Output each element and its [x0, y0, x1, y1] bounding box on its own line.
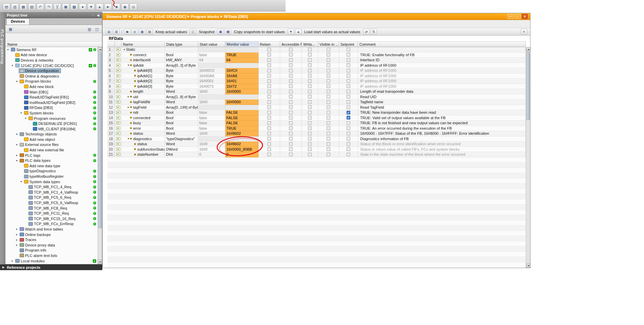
cell-start-value[interactable]: [198, 136, 225, 142]
cell-data-type[interactable]: Word: [165, 100, 198, 105]
row-expander-icon[interactable]: ▸: [127, 95, 130, 98]
cell-monitor-value[interactable]: 16#72: [225, 84, 258, 89]
checkbox-visible[interactable]: [327, 79, 330, 83]
checkbox-visible[interactable]: [327, 121, 330, 125]
cell-comment[interactable]: 16#0000 - 16#7FFF: Status of the FB, 16#…: [358, 131, 526, 136]
cell-monitor-value[interactable]: 16#0000_80BB: [225, 147, 258, 152]
cell-data-type[interactable]: Word: [165, 131, 198, 136]
cell-comment[interactable]: Interface ID: [358, 58, 526, 63]
tree-item-1214c-cpu-1214c-dc-dc-dc[interactable]: ▾1214C [CPU 1214C DC/DC/DC]✓: [5, 63, 98, 68]
checkbox-visible[interactable]: [327, 147, 330, 151]
checkbox-visible[interactable]: [327, 132, 330, 135]
float-button[interactable]: ▫: [515, 14, 521, 19]
tree-item-tcp-mb-fc5-6-req[interactable]: TCP_MB_FC5_6_Req: [5, 195, 98, 200]
expand-icon[interactable]: ▸: [15, 238, 19, 241]
tree-item-tcp-mb-fc1-4-valresp[interactable]: TCP_MB_FC1_4_ValResp: [5, 190, 98, 195]
cell-start-value[interactable]: 16#0: [198, 131, 225, 136]
cell-name[interactable]: status: [122, 142, 165, 147]
cell-monitor-value[interactable]: TRUE: [225, 126, 258, 131]
cell-monitor-value[interactable]: TRUE: [225, 52, 258, 58]
tree-item-traces[interactable]: ▸Traces: [5, 237, 98, 242]
cell-start-value[interactable]: [198, 47, 225, 52]
go-offline-icon[interactable]: ◎: [130, 3, 137, 10]
add-row-icon[interactable]: ▥: [113, 29, 120, 35]
checkbox-accessible[interactable]: [289, 48, 293, 51]
cell-start-value[interactable]: [198, 94, 225, 100]
tree-item-device-configuration[interactable]: Device configuration: [5, 68, 98, 73]
checkbox-accessible[interactable]: [289, 137, 293, 140]
snapshot-icon[interactable]: ◫: [190, 29, 196, 35]
checkbox-visible[interactable]: [327, 142, 330, 146]
checkbox-writable[interactable]: [308, 84, 312, 88]
checkbox-retain[interactable]: [267, 126, 271, 130]
tree-item-online-backups[interactable]: ▸Online backups: [5, 232, 98, 237]
overview-icon[interactable]: ◫: [94, 26, 100, 32]
header-visible[interactable]: Visible in ...: [318, 41, 339, 47]
tree-scrollbar[interactable]: [98, 47, 102, 264]
checkbox-accessible[interactable]: [289, 116, 293, 120]
cell-data-type[interactable]: Bool: [165, 126, 198, 131]
checkbox-setpoint[interactable]: [347, 48, 350, 51]
cell-monitor-value[interactable]: [225, 105, 258, 110]
checkbox-accessible[interactable]: [289, 79, 293, 83]
checkbox-retain[interactable]: [267, 84, 271, 88]
cell-data-type[interactable]: Bool: [165, 110, 198, 115]
checkbox-retain[interactable]: [267, 53, 271, 57]
tree-item-plc-data-types[interactable]: ▾PLC data types: [5, 158, 98, 163]
checkbox-retain[interactable]: [267, 116, 271, 120]
cell-name[interactable]: connected: [122, 115, 165, 121]
cell-comment[interactable]: TRUE: New transponder data have been rea…: [358, 110, 526, 115]
checkbox-accessible[interactable]: [289, 90, 293, 93]
checkbox-writable[interactable]: [308, 100, 312, 104]
import-icon[interactable]: ⇄: [363, 29, 370, 35]
tree-item-mb-client-fb1084[interactable]: MB_CLIENT [FB1084]: [5, 126, 98, 132]
checkbox-accessible[interactable]: [289, 105, 293, 109]
row-expander-icon[interactable]: ▾: [127, 137, 130, 140]
cell-data-type[interactable]: Array[0..3] of Byte: [165, 63, 198, 68]
header-comment[interactable]: Comment: [358, 41, 526, 47]
cell-comment[interactable]: Length of read transponder data: [358, 89, 526, 94]
checkbox-writable[interactable]: [308, 58, 312, 62]
tree-item-add-new-data-type[interactable]: Add new data type: [5, 163, 98, 169]
header-monitor-value[interactable]: Monitor value: [225, 41, 258, 47]
checkbox-accessible[interactable]: [289, 132, 293, 135]
checkbox-visible[interactable]: [327, 74, 330, 78]
checkbox-setpoint[interactable]: [347, 121, 350, 125]
checkbox-writable[interactable]: [308, 74, 312, 78]
start-cpu-icon[interactable]: ►: [104, 3, 112, 10]
header-retain[interactable]: Retain: [258, 41, 280, 47]
checkbox-visible[interactable]: [327, 153, 330, 156]
checkbox-visible[interactable]: [327, 58, 330, 62]
print-icon[interactable]: ▧: [28, 3, 36, 10]
activate-monitoring-icon[interactable]: ◉: [124, 29, 130, 35]
cell-name[interactable]: ▸uid: [122, 94, 165, 100]
tree-item-watch-and-force-tables[interactable]: ▸Watch and force tables: [5, 226, 98, 232]
tree-item-siemens-rf[interactable]: ▾Siemens RF✓: [5, 47, 98, 52]
new-project-icon[interactable]: ▤: [3, 3, 10, 10]
checkbox-accessible[interactable]: [289, 95, 293, 99]
breadcrumb-item-program-blocks[interactable]: Program blocks: [190, 15, 221, 19]
checkbox-writable[interactable]: [308, 147, 312, 151]
cell-monitor-value[interactable]: 16#01: [225, 79, 258, 84]
tab-devices[interactable]: Devices: [6, 18, 29, 25]
cell-name[interactable]: ndr: [122, 110, 165, 115]
checkbox-accessible[interactable]: [289, 142, 293, 146]
monitor-all-icon[interactable]: ▦: [139, 29, 145, 35]
checkbox-setpoint[interactable]: [347, 137, 350, 140]
scroll-up-icon[interactable]: [98, 47, 102, 51]
checkbox-writable[interactable]: [308, 111, 312, 114]
cell-comment[interactable]: Read TagField: [358, 105, 526, 110]
checkbox-setpoint[interactable]: [347, 116, 350, 120]
load-start-values-icon[interactable]: ▼: [288, 29, 294, 35]
save-project-icon[interactable]: ▦: [20, 3, 27, 10]
header-name[interactable]: Name: [122, 41, 165, 47]
tree-item-system-data-types[interactable]: ▾System data types: [5, 179, 98, 185]
undo-icon[interactable]: ↶: [37, 3, 44, 10]
keep-actual-values-button[interactable]: Keep actual values: [154, 30, 189, 34]
tree-item-rfdata-db3[interactable]: RFData [DB3]: [5, 105, 98, 111]
cell-start-value[interactable]: false: [198, 110, 225, 115]
checkbox-accessible[interactable]: [289, 121, 293, 125]
plc-programming-tab[interactable]: PLC programming: [0, 12, 5, 264]
checkbox-setpoint[interactable]: [347, 105, 350, 109]
cell-start-value[interactable]: false: [198, 115, 225, 121]
